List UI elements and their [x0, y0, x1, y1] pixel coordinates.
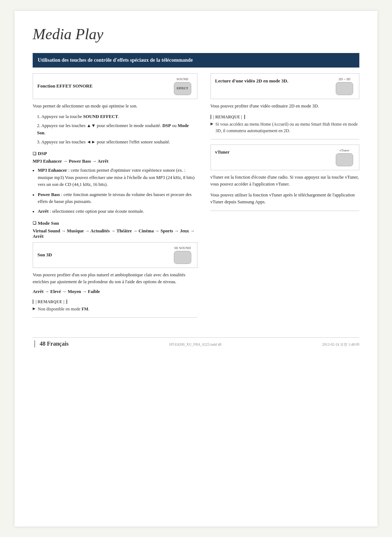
dsp-chain: MP3 Enhancer → Power Bass → Arrêt: [33, 159, 197, 164]
son3d-btn-body: [174, 251, 191, 264]
step-1: Appuyez sur la touche SOUND EFFECT.: [36, 113, 197, 120]
son3d-chain: Arrêt → Elevé → Moyen → Faible: [33, 289, 197, 294]
step-2: Appuyez sur les touches ▲▼ pour sélectio…: [36, 122, 197, 137]
sound-effect-feature-row: Fonction EFFET SONORE SOUND EFFECT: [33, 73, 197, 99]
page-title: Media Play: [33, 25, 359, 43]
right-divider-1: [211, 139, 359, 139]
son3d-note: | REMARQUE | Non disponible en mode FM.: [33, 298, 197, 312]
lecture-note-item: Si vous accédez au menu Home (Accueil) o…: [211, 121, 359, 134]
left-column: Fonction EFFET SONORE SOUND EFFECT Vous …: [33, 73, 197, 323]
footer: │ 48 Français HT-E4200_XU_FRA_0223.indd …: [33, 337, 359, 347]
lecture-button: 2D→3D: [334, 77, 355, 95]
lecture-btn-label: 2D→3D: [339, 77, 351, 81]
son3d-button: 3D SOUND: [172, 246, 193, 264]
bullet-arret: Arrêt : sélectionnez cette option pour u…: [38, 208, 197, 215]
page: Media Play Utilisation des touches de co…: [15, 11, 377, 526]
sound-effect-button: SOUND EFFECT: [172, 77, 193, 95]
vtuner-feature-row: vTuner vTuner: [211, 145, 359, 170]
modeson-title: Mode Son: [33, 220, 197, 226]
son3d-btn-label: 3D SOUND: [174, 246, 191, 250]
vtuner-text1: vTuner est la fonction d'écoute d'une ra…: [211, 174, 359, 188]
bullet-powerbass: Power Bass : cette fonction augmente le …: [38, 191, 197, 206]
son3d-text: Vous pouvez profiter d'un son plus natur…: [33, 272, 197, 286]
sound-effect-label: Fonction EFFET SONORE: [37, 83, 93, 89]
footer-pipe: │: [33, 341, 37, 347]
vtuner-label: vTuner: [215, 149, 230, 155]
vtuner-btn-label: vTuner: [339, 149, 349, 152]
lecture-btn-body: [336, 82, 353, 95]
vtuner-button: vTuner: [334, 149, 355, 166]
dsp-bullets: MP3 Enhancer : cette fonction permet d'o…: [38, 167, 197, 215]
steps-list: Appuyez sur la touche SOUND EFFECT. Appu…: [36, 113, 197, 146]
vtuner-btn-body: [336, 153, 353, 166]
bullet-mp3: MP3 Enhancer : cette fonction permet d'o…: [38, 167, 197, 188]
son3d-feature-row: Son 3D 3D SOUND: [33, 242, 197, 268]
two-column-layout: Fonction EFFET SONORE SOUND EFFECT Vous …: [33, 73, 359, 323]
footer-language: Français: [47, 341, 69, 347]
lecture-text: Vous pouvez profiter d'une vidéo ordinai…: [211, 103, 359, 110]
footer-file: HT-E4200_XU_FRA_0223.indd 48: [170, 341, 222, 347]
section-header: Utilisation des touches de contrôle d'ef…: [33, 53, 359, 68]
sound-effect-btn-label: SOUND: [176, 77, 188, 81]
left-divider: [33, 317, 197, 318]
page-number: 48: [40, 341, 45, 347]
right-column: Lecture d'une vidéo 2D en mode 3D. 2D→3D…: [211, 73, 359, 323]
lecture-feature-row: Lecture d'une vidéo 2D en mode 3D. 2D→3D: [211, 73, 359, 99]
intro-text: Vous permet de sélectionner un mode qui …: [33, 103, 197, 110]
vtuner-text2: Vous pouvez utiliser la fonction vTuner …: [211, 192, 359, 206]
son3d-note-item: Non disponible en mode FM.: [33, 306, 197, 312]
step-3: Appuyez sur les touches ◄► pour sélectio…: [36, 139, 197, 146]
lecture-note: | REMARQUE | Si vous accédez au menu Hom…: [211, 113, 359, 134]
right-divider-2: [211, 211, 359, 211]
lecture-note-header: | REMARQUE |: [211, 115, 245, 119]
modeson-chain: Virtual Sound → Musique → Actualités → T…: [33, 228, 197, 239]
son3d-note-header: | REMARQUE |: [33, 300, 67, 304]
son3d-label: Son 3D: [37, 252, 52, 258]
footer-page-number: │ 48 Français: [33, 341, 69, 347]
footer-date: 2012-02-24 오전 1:48:09: [322, 341, 359, 347]
sound-effect-btn-body: EFFECT: [174, 82, 191, 95]
lecture-label: Lecture d'une vidéo 2D en mode 3D.: [215, 77, 289, 84]
dsp-title: DSP: [33, 151, 197, 156]
